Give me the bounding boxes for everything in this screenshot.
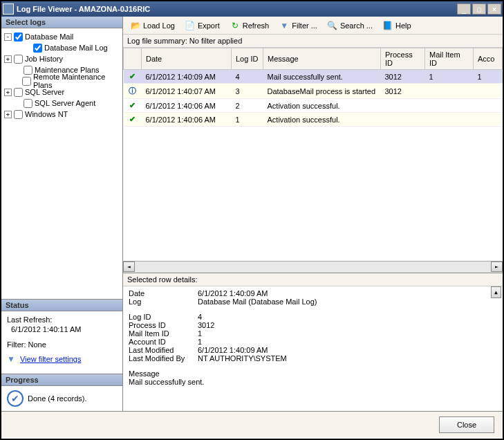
scroll-right-button[interactable]: ► bbox=[491, 262, 503, 272]
funnel-icon: ▼ bbox=[279, 20, 290, 31]
maximize-button[interactable]: □ bbox=[472, 3, 486, 15]
tree-checkbox[interactable] bbox=[14, 110, 23, 119]
status-header: Status bbox=[1, 300, 122, 311]
log-grid[interactable]: Date Log ID Message Process ID Mail Item… bbox=[123, 48, 503, 261]
close-window-button[interactable]: × bbox=[487, 3, 501, 15]
cell-procid bbox=[381, 99, 425, 113]
detail-mailid-value: 1 bbox=[198, 329, 202, 338]
cell-procid bbox=[381, 113, 425, 127]
table-row[interactable]: ✔6/1/2012 1:40:06 AM1Activation successf… bbox=[124, 113, 503, 127]
detail-mailid-label: Mail Item ID bbox=[129, 329, 198, 338]
cell-date: 6/1/2012 1:40:06 AM bbox=[142, 99, 232, 113]
detail-message-label: Message bbox=[129, 369, 497, 378]
filter-button[interactable]: ▼Filter ... bbox=[274, 19, 321, 33]
tree-toggle[interactable]: - bbox=[4, 33, 12, 41]
load-log-button[interactable]: 📂Load Log bbox=[126, 19, 179, 33]
tree-checkbox[interactable] bbox=[22, 77, 31, 86]
col-procid[interactable]: Process ID bbox=[381, 48, 425, 70]
folder-icon: 📂 bbox=[130, 20, 141, 31]
summary-bar: Log file summary: No filter applied bbox=[123, 35, 503, 48]
filter-icon: ▼ bbox=[7, 354, 15, 364]
detail-modifiedby-label: Last Modified By bbox=[129, 354, 198, 363]
cell-date: 6/1/2012 1:40:07 AM bbox=[142, 84, 232, 99]
table-row[interactable]: ✔6/1/2012 1:40:06 AM2Activation successf… bbox=[124, 99, 503, 113]
refresh-icon: ↻ bbox=[230, 20, 241, 31]
tree-checkbox[interactable] bbox=[24, 66, 32, 75]
col-date[interactable]: Date bbox=[142, 48, 232, 70]
tree-checkbox[interactable] bbox=[24, 99, 32, 108]
col-message[interactable]: Message bbox=[263, 48, 381, 70]
view-filter-link[interactable]: View filter settings bbox=[20, 355, 81, 363]
filter-label: Filter: None bbox=[7, 340, 117, 349]
close-button[interactable]: Close bbox=[439, 416, 494, 433]
check-icon: ✔ bbox=[129, 101, 136, 109]
detail-procid-value: 3012 bbox=[198, 321, 214, 329]
window-title: Log File Viewer - AMAZONA-0J16RIC bbox=[17, 5, 150, 13]
tree-toggle[interactable]: + bbox=[4, 111, 12, 118]
select-logs-header: Select logs bbox=[1, 17, 122, 28]
last-refresh-value: 6/1/2012 1:40:11 AM bbox=[11, 325, 117, 333]
tree-label: SQL Server bbox=[25, 88, 64, 96]
detail-date-label: Date bbox=[129, 289, 198, 297]
tree-toggle[interactable]: + bbox=[4, 89, 12, 96]
search-button[interactable]: 🔍Search ... bbox=[323, 19, 377, 33]
horizontal-scrollbar[interactable]: ◄ ► bbox=[123, 261, 503, 273]
table-row[interactable]: ✔6/1/2012 1:40:09 AM4Mail successfully s… bbox=[124, 70, 503, 84]
tree-label: Remote Maintenance Plans bbox=[33, 73, 120, 89]
detail-modifiedby-value: NT AUTHORITY\SYSTEM bbox=[198, 354, 287, 363]
titlebar: Log File Viewer - AMAZONA-0J16RIC _ □ × bbox=[1, 1, 503, 17]
tree-node[interactable]: +Job History bbox=[4, 53, 120, 64]
check-icon: ✔ bbox=[129, 115, 136, 123]
help-icon: 📘 bbox=[382, 20, 393, 31]
cell-accid bbox=[474, 113, 503, 127]
scroll-left-button[interactable]: ◄ bbox=[123, 262, 135, 272]
refresh-button[interactable]: ↻Refresh bbox=[225, 19, 274, 33]
log-tree[interactable]: -Database MailDatabase Mail Log+Job Hist… bbox=[1, 28, 122, 299]
table-row[interactable]: ⓘ6/1/2012 1:40:07 AM3DatabaseMail proces… bbox=[124, 84, 503, 99]
progress-text: Done (4 records). bbox=[28, 394, 87, 403]
cell-mailid bbox=[425, 113, 474, 127]
tree-checkbox[interactable] bbox=[33, 44, 42, 53]
cell-message: Activation successful. bbox=[263, 113, 381, 127]
tree-label: Database Mail Log bbox=[44, 44, 108, 52]
tree-node[interactable]: Remote Maintenance Plans bbox=[4, 75, 120, 86]
col-mailid[interactable]: Mail Item ID bbox=[425, 48, 474, 70]
tree-label: Database Mail bbox=[25, 33, 73, 41]
details-body: ▲ Date6/1/2012 1:40:09 AM LogDatabase Ma… bbox=[123, 286, 503, 411]
scroll-up-button[interactable]: ▲ bbox=[491, 286, 501, 298]
progress-check-icon: ✔ bbox=[7, 390, 24, 407]
minimize-button[interactable]: _ bbox=[457, 3, 471, 15]
detail-modified-label: Last Modified bbox=[129, 346, 198, 354]
right-panel: 📂Load Log 📄Export ↻Refresh ▼Filter ... 🔍… bbox=[123, 17, 503, 411]
tree-checkbox[interactable] bbox=[14, 55, 23, 64]
search-icon: 🔍 bbox=[327, 20, 338, 31]
cell-accid bbox=[474, 99, 503, 113]
cell-message: Mail successfully sent. bbox=[263, 70, 381, 84]
tree-node[interactable]: Database Mail Log bbox=[4, 42, 120, 53]
cell-logid: 4 bbox=[232, 70, 263, 84]
export-button[interactable]: 📄Export bbox=[180, 19, 224, 33]
col-status[interactable] bbox=[124, 48, 142, 70]
tree-node[interactable]: SQL Server Agent bbox=[4, 98, 120, 109]
cell-accid: 1 bbox=[474, 70, 503, 84]
detail-date-value: 6/1/2012 1:40:09 AM bbox=[198, 289, 268, 297]
cell-mailid bbox=[425, 84, 474, 99]
tree-toggle[interactable]: + bbox=[4, 55, 12, 63]
help-button[interactable]: 📘Help bbox=[378, 19, 416, 33]
col-logid[interactable]: Log ID bbox=[232, 48, 263, 70]
detail-modified-value: 6/1/2012 1:40:09 AM bbox=[198, 346, 268, 354]
tree-checkbox[interactable] bbox=[14, 33, 23, 42]
export-icon: 📄 bbox=[185, 20, 196, 31]
detail-accid-value: 1 bbox=[198, 338, 202, 346]
left-panel: Select logs -Database MailDatabase Mail … bbox=[1, 17, 123, 411]
col-accid[interactable]: Acco bbox=[474, 48, 503, 70]
detail-procid-label: Process ID bbox=[129, 321, 198, 329]
toolbar: 📂Load Log 📄Export ↻Refresh ▼Filter ... 🔍… bbox=[123, 17, 503, 35]
tree-node[interactable]: +Windows NT bbox=[4, 109, 120, 120]
cell-message: DatabaseMail process is started bbox=[263, 84, 381, 99]
tree-node[interactable]: -Database Mail bbox=[4, 31, 120, 42]
progress-header: Progress bbox=[1, 374, 122, 386]
tree-checkbox[interactable] bbox=[14, 88, 23, 97]
detail-logid-label: Log ID bbox=[129, 313, 198, 321]
info-icon: ⓘ bbox=[129, 86, 136, 95]
